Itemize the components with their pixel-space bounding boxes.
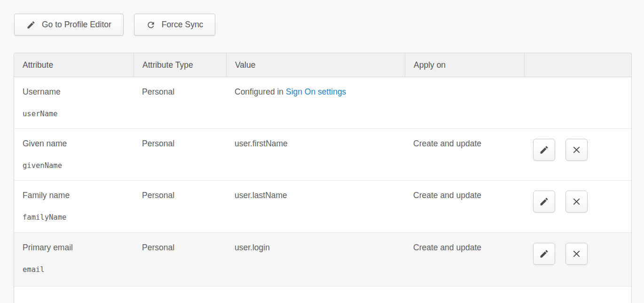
attribute-api-name: userName [23, 109, 125, 119]
value-prefix-text: Configured in [235, 87, 286, 96]
apply-on-cell: Create and update [405, 181, 524, 232]
apply-on-cell [405, 77, 524, 128]
attribute-type-cell: Personal [134, 181, 226, 232]
attribute-type-cell: Personal [134, 129, 226, 180]
toolbar: Go to Profile Editor Force Sync [14, 14, 215, 36]
force-sync-label: Force Sync [162, 20, 204, 30]
attribute-api-name: email [23, 264, 125, 275]
pencil-icon [26, 20, 36, 30]
sign-on-settings-link[interactable]: Sign On settings [286, 87, 346, 96]
remove-attribute-button[interactable] [565, 191, 588, 213]
column-header-apply-on: Apply on [405, 53, 524, 77]
close-icon [572, 249, 581, 259]
table-row: Primary email email Personal user.login … [14, 233, 631, 287]
column-header-actions [524, 53, 631, 77]
table-row: Username userName Personal Configured in… [14, 77, 631, 129]
value-cell: Configured in Sign On settings [226, 77, 405, 128]
table-row: Given name givenName Personal user.first… [14, 129, 631, 181]
remove-attribute-button[interactable] [565, 139, 588, 161]
table-row: Family name familyName Personal user.las… [14, 181, 631, 233]
column-header-attribute-type: Attribute Type [134, 53, 226, 77]
attribute-cell: Primary email email [14, 233, 134, 286]
value-cell: user.login [226, 233, 405, 286]
column-header-attribute: Attribute [14, 53, 134, 77]
table-header-row: Attribute Attribute Type Value Apply on [14, 53, 631, 77]
edit-attribute-button[interactable] [533, 139, 555, 161]
attribute-label: Given name [23, 138, 125, 149]
actions-cell [524, 233, 631, 286]
attribute-mapping-table: Attribute Attribute Type Value Apply on … [14, 53, 632, 303]
actions-cell [524, 129, 631, 180]
value-cell: user.firstName [226, 129, 405, 180]
edit-attribute-button[interactable] [533, 191, 555, 213]
attribute-cell: Username userName [14, 77, 134, 128]
attribute-label: Primary email [23, 242, 125, 253]
actions-cell [524, 181, 631, 232]
attribute-cell: Given name givenName [14, 129, 134, 180]
apply-on-cell: Create and update [405, 233, 524, 286]
remove-attribute-button[interactable] [565, 243, 588, 265]
attribute-label: Username [23, 87, 125, 97]
value-cell: user.lastName [226, 181, 405, 232]
pencil-icon [539, 249, 549, 259]
attribute-type-cell: Personal [134, 233, 226, 286]
attribute-label: Family name [23, 190, 125, 200]
edit-attribute-button[interactable] [533, 243, 555, 265]
table-row-partial [14, 287, 631, 303]
force-sync-button[interactable]: Force Sync [134, 14, 216, 36]
attribute-api-name: givenName [23, 160, 125, 171]
attribute-type-cell: Personal [134, 77, 226, 128]
column-header-value: Value [226, 53, 405, 77]
go-to-profile-editor-label: Go to Profile Editor [42, 20, 111, 30]
pencil-icon [539, 197, 549, 207]
go-to-profile-editor-button[interactable]: Go to Profile Editor [14, 14, 124, 36]
attribute-cell: Family name familyName [14, 181, 134, 232]
sync-icon [146, 20, 156, 30]
actions-cell [524, 77, 631, 128]
close-icon [572, 145, 581, 155]
attribute-api-name: familyName [23, 212, 125, 223]
apply-on-cell: Create and update [405, 129, 524, 180]
close-icon [572, 197, 581, 207]
pencil-icon [539, 145, 549, 155]
